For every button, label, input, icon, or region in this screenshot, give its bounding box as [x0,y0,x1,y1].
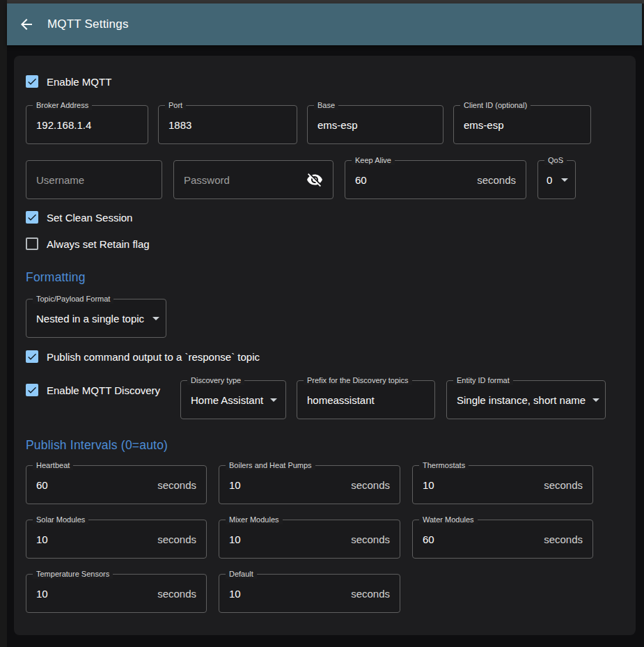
base-label: Base [314,101,338,110]
default-interval-field[interactable]: Default seconds [219,574,400,613]
heartbeat-input[interactable] [36,479,152,491]
boilers-field[interactable]: Boilers and Heat Pumps seconds [219,465,400,504]
username-input[interactable] [36,174,152,186]
water-modules-field[interactable]: Water Modules seconds [412,520,593,559]
discovery-prefix-input[interactable] [307,394,425,406]
qos-select[interactable]: QoS 0 [537,160,576,199]
thermostats-input[interactable] [423,479,538,491]
port-field[interactable]: Port [158,105,297,144]
check-icon [26,212,38,223]
formatting-heading: Formatting [26,270,624,285]
default-interval-label: Default [226,570,257,579]
mixer-modules-label: Mixer Modules [226,515,283,524]
seconds-suffix: seconds [152,479,196,491]
temperature-sensors-field[interactable]: Temperature Sensors seconds [26,574,207,613]
enable-discovery-label: Enable MQTT Discovery [47,384,160,396]
enable-discovery-row: Enable MQTT Discovery [26,384,180,396]
seconds-suffix: seconds [345,533,390,545]
keep-alive-suffix: seconds [471,174,516,186]
check-icon [26,351,38,362]
enable-mqtt-label: Enable MQTT [47,76,111,88]
boilers-input[interactable] [229,479,345,491]
username-field[interactable] [26,160,162,199]
heartbeat-field[interactable]: Heartbeat seconds [26,465,207,504]
discovery-prefix-field[interactable]: Prefix for the Discovery topics [297,380,435,419]
water-modules-input[interactable] [423,533,538,545]
broker-address-field[interactable]: Broker Address [26,105,148,144]
boilers-label: Boilers and Heat Pumps [226,461,315,470]
entity-id-format-select[interactable]: Entity ID format Single instance, short … [446,380,606,419]
port-input[interactable] [168,119,287,131]
settings-card: Enable MQTT Broker Address Port Base Cli… [14,56,636,635]
enable-mqtt-checkbox[interactable] [26,75,38,88]
heartbeat-label: Heartbeat [33,461,73,470]
retain-flag-row: Always set Retain flag [26,237,624,250]
arrow-back-icon [18,16,35,33]
toggle-password-visibility-button[interactable] [306,171,323,188]
keep-alive-input[interactable] [355,174,471,186]
base-input[interactable] [317,119,433,131]
mixer-modules-field[interactable]: Mixer Modules seconds [219,520,400,559]
retain-flag-checkbox[interactable] [26,237,38,250]
water-modules-label: Water Modules [419,515,478,524]
base-field[interactable]: Base [307,105,443,144]
solar-modules-label: Solar Modules [33,515,88,524]
dropdown-arrow-icon [152,317,159,320]
check-icon [26,76,38,87]
clean-session-label: Set Clean Session [47,212,132,224]
client-id-field[interactable]: Client ID (optional) [453,105,591,144]
mixer-modules-input[interactable] [229,533,345,545]
topic-format-value: Nested in a single topic [36,313,144,325]
seconds-suffix: seconds [152,533,196,545]
publish-response-row: Publish command output to a `response` t… [26,350,624,363]
clean-session-row: Set Clean Session [26,211,624,224]
topic-format-select[interactable]: Topic/Payload Format Nested in a single … [26,299,166,338]
seconds-suffix: seconds [538,479,583,491]
publish-response-label: Publish command output to a `response` t… [47,351,260,363]
seconds-suffix: seconds [152,588,196,600]
clean-session-checkbox[interactable] [26,211,38,224]
qos-label: QoS [544,156,567,165]
password-field[interactable] [173,160,333,199]
keep-alive-field[interactable]: Keep Alive seconds [345,160,526,199]
discovery-type-value: Home Assistant [191,394,263,406]
publish-intervals-heading: Publish Intervals (0=auto) [26,438,624,453]
solar-modules-field[interactable]: Solar Modules seconds [26,520,207,559]
broker-address-input[interactable] [36,119,138,131]
entity-id-format-value: Single instance, short name [457,394,586,406]
client-id-input[interactable] [464,119,581,131]
qos-value: 0 [547,174,552,186]
seconds-suffix: seconds [345,479,390,491]
appbar: MQTT Settings [7,3,642,45]
entity-id-format-label: Entity ID format [453,376,513,385]
temperature-sensors-label: Temperature Sensors [33,570,113,579]
publish-response-checkbox[interactable] [26,350,38,363]
client-id-label: Client ID (optional) [460,101,531,110]
connection-row-1: Broker Address Port Base Client ID (opti… [26,105,624,144]
dropdown-arrow-icon [561,178,568,182]
discovery-type-label: Discovery type [187,376,244,385]
seconds-suffix: seconds [538,533,583,545]
discovery-type-select[interactable]: Discovery type Home Assistant [180,380,286,419]
solar-modules-input[interactable] [36,533,152,545]
password-input[interactable] [184,174,301,186]
thermostats-label: Thermostats [419,461,469,470]
connection-row-2: Keep Alive seconds QoS 0 [26,160,624,199]
dropdown-arrow-icon [270,398,277,402]
back-button[interactable] [18,16,35,33]
default-interval-input[interactable] [229,588,345,600]
discovery-row: Enable MQTT Discovery Discovery type Hom… [26,377,624,419]
temperature-sensors-input[interactable] [36,588,152,600]
check-icon [26,384,38,396]
topic-format-label: Topic/Payload Format [33,295,113,304]
port-label: Port [165,101,186,110]
thermostats-field[interactable]: Thermostats seconds [412,465,593,504]
enable-mqtt-row: Enable MQTT [26,75,624,88]
enable-discovery-checkbox[interactable] [26,384,38,396]
keep-alive-label: Keep Alive [352,156,395,165]
discovery-prefix-label: Prefix for the Discovery topics [304,376,412,385]
intervals-grid: Heartbeat seconds Boilers and Heat Pumps… [26,465,624,613]
dropdown-arrow-icon [592,398,599,402]
visibility-off-icon [306,171,323,188]
retain-flag-label: Always set Retain flag [47,238,150,250]
